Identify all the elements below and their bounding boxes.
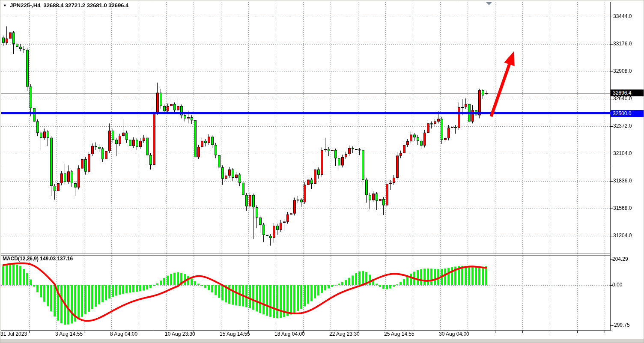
trend-arrow-annotation[interactable] xyxy=(488,49,518,120)
price-axis-label: 32908.0 xyxy=(613,68,632,75)
time-axis-label: 31 Jul 2023 xyxy=(0,331,27,337)
horizontal-line-object[interactable] xyxy=(1,112,610,115)
time-axis-label: 22 Aug 23:30 xyxy=(329,331,360,337)
time-axis-label: 30 Aug 04:00 xyxy=(439,331,469,337)
current-price-tag: 32696.4 xyxy=(611,89,644,96)
symbol-dropdown-icon[interactable]: ▼ xyxy=(3,3,7,8)
support-level-tag: 32500.0 xyxy=(611,110,644,117)
macd-indicator-label: MACD(12,26,9) 149.03 137.16 xyxy=(3,256,73,262)
time-axis-label: 15 Aug 14:55 xyxy=(220,331,250,337)
price-axis-label: 33176.0 xyxy=(613,41,632,47)
chart-window: ▼ JPN225-,H4 32688.4 32721.2 32681.0 326… xyxy=(0,0,644,343)
time-axis-label: 25 Aug 14:55 xyxy=(384,331,414,337)
macd-axis-label: 204.29 xyxy=(612,256,628,262)
time-axis-label: 10 Aug 23:30 xyxy=(165,331,195,337)
price-axis-label: 32640.0 xyxy=(613,95,632,102)
ohlc-values: 32688.4 32721.2 32681.0 32696.4 xyxy=(43,2,128,9)
price-axis-label: 32372.0 xyxy=(613,123,632,129)
price-axis-label: 32104.0 xyxy=(613,150,632,157)
price-axis-label: 31568.0 xyxy=(613,205,632,212)
chart-header: ▼ JPN225-,H4 32688.4 32721.2 32681.0 326… xyxy=(3,2,128,9)
macd-axis-label: -299.75 xyxy=(612,322,630,328)
time-axis-label: 8 Aug 04:00 xyxy=(110,331,137,337)
price-axis-label: 31304.0 xyxy=(613,233,632,239)
bar-marker-icon xyxy=(485,1,493,6)
symbol-period-label: JPN225-,H4 xyxy=(10,2,41,9)
time-axis-label: 3 Aug 14:55 xyxy=(55,331,83,337)
chart-canvas[interactable] xyxy=(0,0,644,343)
price-axis-label: 31836.0 xyxy=(613,178,632,184)
time-axis-label: 18 Aug 04:00 xyxy=(274,331,305,337)
price-axis-label: 33444.0 xyxy=(613,13,632,20)
macd-axis-label: 0.00 xyxy=(612,282,622,288)
